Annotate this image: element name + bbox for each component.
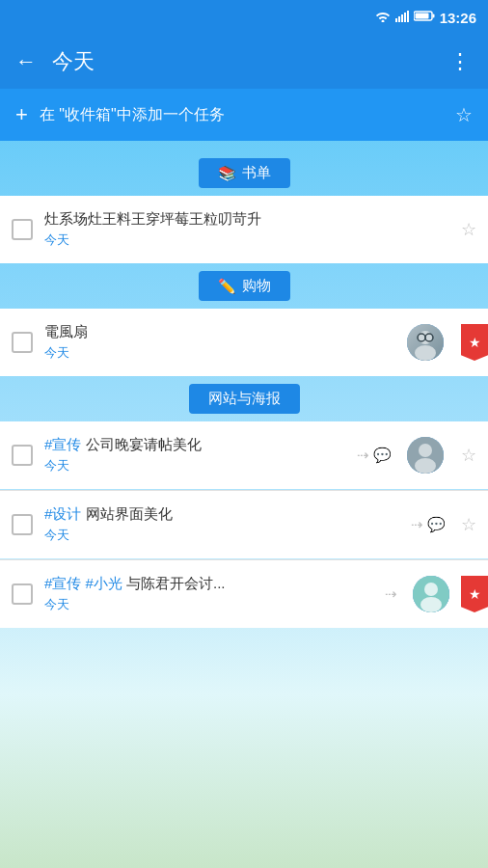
avatar-image [407, 324, 444, 361]
category-website: 网站与海报 [0, 384, 488, 414]
task-row: 電風扇 今天 [0, 309, 488, 376]
task-tag: #宣传 #小光 [44, 575, 122, 591]
svg-rect-2 [398, 16, 400, 22]
task-content: #宣传 公司晚宴请帖美化 今天 [44, 436, 345, 475]
assign-icon[interactable]: ⇢ [385, 585, 397, 603]
task-tag: #宣传 [44, 436, 81, 452]
svg-rect-3 [401, 14, 403, 22]
battery-icon [414, 10, 435, 25]
add-task-star-icon[interactable]: ☆ [455, 103, 473, 126]
svg-rect-1 [395, 18, 397, 22]
task-date: 今天 [44, 344, 395, 362]
books-icon: 📚 [218, 165, 236, 182]
svg-rect-8 [415, 14, 428, 19]
task-date: 今天 [44, 231, 449, 249]
avatar [407, 324, 444, 361]
task-content: 灶系场灶王料王穿坪莓王粒叨苛升 今天 [44, 210, 449, 249]
page-title: 今天 [52, 47, 434, 76]
svg-rect-5 [407, 11, 409, 22]
website-label: 网站与海报 [208, 390, 281, 408]
task-checkbox[interactable] [12, 219, 33, 240]
more-button[interactable]: ⋮ [449, 49, 473, 74]
bookmark-star: ★ [469, 335, 481, 350]
svg-point-17 [419, 444, 432, 457]
svg-point-21 [420, 597, 442, 612]
star-icon[interactable]: ☆ [461, 219, 476, 240]
task-content: 電風扇 今天 [44, 323, 395, 362]
star-icon[interactable]: ☆ [461, 514, 476, 535]
avatar [407, 437, 444, 474]
assign-icon[interactable]: ⇢ [357, 447, 369, 464]
task-checkbox[interactable] [12, 332, 33, 353]
task-row: #宣传 #小光 与陈君开会讨... 今天 ⇢ ★ [0, 560, 488, 628]
task-icons: ⇢ [385, 585, 397, 603]
task-icons: ⇢ 💬 [411, 516, 446, 533]
task-title: 電風扇 [44, 323, 395, 341]
status-bar: 13:26 [0, 0, 488, 35]
shopping-label: 购物 [242, 277, 271, 295]
content-area: 📚 书单 灶系场灶王料王穿坪莓王粒叨苛升 今天 ☆ ✏️ 购物 電風扇 今天 [0, 141, 488, 868]
task-tag: #设计 [44, 505, 81, 522]
category-books: 📚 书单 [0, 158, 488, 188]
task-row: #宣传 公司晚宴请帖美化 今天 ⇢ 💬 ☆ [0, 421, 488, 489]
add-task-placeholder[interactable]: 在 "收件箱"中添加一个任务 [40, 105, 444, 125]
svg-rect-7 [432, 14, 434, 18]
books-button[interactable]: 📚 书单 [199, 158, 290, 188]
avatar [413, 576, 449, 612]
app-bar: ← 今天 ⋮ [0, 35, 488, 89]
task-title: #宣传 公司晚宴请帖美化 [44, 436, 345, 454]
bookmark-icon[interactable]: ★ [461, 576, 488, 612]
signal-icon [395, 10, 409, 25]
task-row: 灶系场灶王料王穿坪莓王粒叨苛升 今天 ☆ [0, 196, 488, 263]
svg-rect-4 [404, 13, 406, 22]
svg-point-11 [415, 345, 436, 361]
task-row: #设计 网站界面美化 今天 ⇢ 💬 ☆ [0, 491, 488, 558]
task-content: #设计 网站界面美化 今天 [44, 505, 399, 544]
task-date: 今天 [44, 457, 345, 475]
task-date: 今天 [44, 527, 399, 544]
shopping-button[interactable]: ✏️ 购物 [199, 271, 290, 301]
task-date: 今天 [44, 596, 373, 613]
status-icons: 13:26 [375, 10, 476, 26]
task-title: #宣传 #小光 与陈君开会讨... [44, 575, 373, 593]
task-checkbox[interactable] [12, 583, 33, 605]
comment-icon[interactable]: 💬 [373, 447, 392, 464]
avatar-image [407, 437, 444, 474]
status-time: 13:26 [440, 10, 476, 26]
back-button[interactable]: ← [15, 49, 37, 74]
task-content: #宣传 #小光 与陈君开会讨... 今天 [44, 575, 373, 613]
avatar-image [413, 576, 449, 612]
star-icon[interactable]: ☆ [461, 445, 476, 466]
wifi-icon [375, 10, 391, 25]
task-title: 灶系场灶王料王穿坪莓王粒叨苛升 [44, 210, 449, 229]
task-checkbox[interactable] [12, 445, 33, 466]
task-checkbox[interactable] [12, 514, 33, 535]
bookmark-star: ★ [469, 586, 481, 602]
assign-icon[interactable]: ⇢ [411, 516, 423, 533]
books-label: 书单 [242, 164, 271, 182]
comment-icon[interactable]: 💬 [427, 516, 446, 533]
add-plus-icon: + [15, 102, 28, 127]
svg-point-20 [424, 583, 438, 596]
category-shopping: ✏️ 购物 [0, 271, 488, 301]
svg-point-0 [381, 20, 384, 23]
task-title: #设计 网站界面美化 [44, 505, 399, 524]
add-task-bar[interactable]: + 在 "收件箱"中添加一个任务 ☆ [0, 89, 488, 141]
task-icons: ⇢ 💬 [357, 447, 392, 464]
website-button[interactable]: 网站与海报 [189, 384, 300, 414]
shopping-icon: ✏️ [218, 278, 236, 295]
svg-point-18 [415, 458, 436, 474]
bookmark-icon[interactable]: ★ [461, 324, 488, 361]
